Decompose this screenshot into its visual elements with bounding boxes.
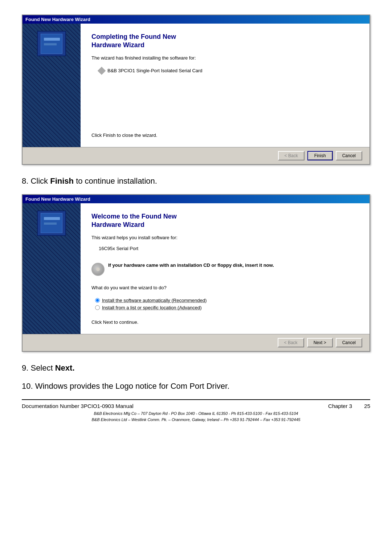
footer-chapter: Chapter 3 25 [328, 403, 370, 409]
footer-page-number: 25 [364, 403, 370, 409]
wizard1-finish-button[interactable]: Finish [307, 151, 333, 160]
wizard1-dialog: Found New Hardware Wizard Completing the… [22, 15, 370, 165]
wizard2-dialog: Found New Hardware Wizard Welcome to the… [22, 194, 370, 352]
wizard1-main: Completing the Found NewHardware Wizard … [81, 24, 369, 147]
wizard1-title-text: Found New Hardware Wizard [25, 17, 90, 22]
wizard1-hardware-icon [41, 34, 62, 54]
step9-bold: Next. [55, 363, 75, 372]
step9-text: 9. Select Next. [22, 363, 370, 374]
step10-text: 10. Windows provides the Logo notice for… [22, 381, 370, 392]
wizard2-device-name: 16C95x Serial Port [99, 246, 359, 251]
wizard1-sidebar [23, 24, 81, 147]
footer-sub-lines: B&B Electronics Mfg Co – 707 Dayton Rd -… [22, 411, 370, 423]
radio-manual-label: Install from a list or specific location… [102, 305, 202, 310]
cd-text: If your hardware came with an installati… [108, 262, 274, 269]
wizard1-finish-text: Click Finish to close the wizard. [91, 132, 359, 138]
step10-content: 10. Windows provides the Logo notice for… [22, 381, 229, 391]
wizard1-device-row: B&B 3PCIO1 Single-Port Isolated Serial C… [99, 68, 359, 74]
what-do-text: What do you want the wizard to do? [91, 285, 359, 290]
wizard2-footer: < Back Next > Cancel [23, 334, 369, 351]
page-content: Found New Hardware Wizard Completing the… [22, 15, 370, 423]
wizard2-icon-box [37, 211, 66, 236]
wizard1-back-button[interactable]: < Back [278, 151, 305, 160]
footer-left: Documentation Number 3PCIO1-0903 Manual [22, 403, 134, 409]
wizard2-cancel-button[interactable]: Cancel [336, 338, 362, 347]
cd-icon [91, 263, 105, 276]
wizard2-heading: Welcome to the Found NewHardware Wizard [91, 212, 359, 229]
step8-bold: Finish [50, 176, 74, 185]
wizard1-device-name: B&B 3PCIO1 Single-Port Isolated Serial C… [107, 68, 203, 73]
step8-suffix: to continue installation. [74, 176, 157, 185]
step8-text: 8. Click Finish to continue installation… [22, 176, 370, 187]
wizard1-footer: < Back Finish Cancel [23, 147, 369, 164]
footer-main-line: Documentation Number 3PCIO1-0903 Manual … [22, 403, 370, 409]
radio-manual[interactable] [95, 305, 100, 310]
radio-option-auto: Install the software automatically (Reco… [95, 298, 359, 303]
wizard1-icon-box [37, 31, 66, 56]
wizard2-title-text: Found New Hardware Wizard [25, 196, 90, 202]
radio-auto[interactable] [95, 298, 100, 303]
wizard2-main: Welcome to the Found NewHardware Wizard … [81, 203, 369, 334]
wizard2-sidebar [23, 203, 81, 334]
wizard1-cancel-button[interactable]: Cancel [336, 151, 362, 160]
step8-prefix: 8. Click [22, 176, 50, 185]
diamond-icon [98, 66, 106, 75]
wizard2-back-button[interactable]: < Back [278, 338, 304, 347]
radio-option-manual: Install from a list or specific location… [95, 305, 359, 310]
wizard2-next-button[interactable]: Next > [307, 338, 333, 347]
wizard2-hardware-icon [41, 213, 62, 233]
radio-auto-label: Install the software automatically (Reco… [102, 298, 207, 303]
wizard1-heading: Completing the Found NewHardware Wizard [91, 33, 359, 50]
wizard1-subtitle: The wizard has finished installing the s… [91, 55, 359, 61]
step9-prefix: 9. Select [22, 363, 55, 372]
wizard2-subtitle: This wizard helps you install software f… [91, 235, 359, 240]
footer-line1: B&B Electronics Mfg Co – 707 Dayton Rd -… [22, 411, 370, 417]
wizard1-titlebar: Found New Hardware Wizard [23, 15, 369, 24]
cd-row: If your hardware came with an installati… [91, 262, 359, 276]
footer-chapter-text: Chapter 3 [328, 403, 352, 409]
wizard1-body: Completing the Found NewHardware Wizard … [23, 24, 369, 147]
wizard2-titlebar: Found New Hardware Wizard [23, 195, 369, 203]
click-next-text: Click Next to continue. [91, 319, 359, 325]
footer-line2: B&B Electronics Ltd – Westlink Comm. Pk.… [22, 417, 370, 423]
wizard2-body: Welcome to the Found NewHardware Wizard … [23, 203, 369, 334]
page-footer: Documentation Number 3PCIO1-0903 Manual … [22, 399, 370, 423]
radio-group: Install the software automatically (Reco… [95, 296, 359, 312]
